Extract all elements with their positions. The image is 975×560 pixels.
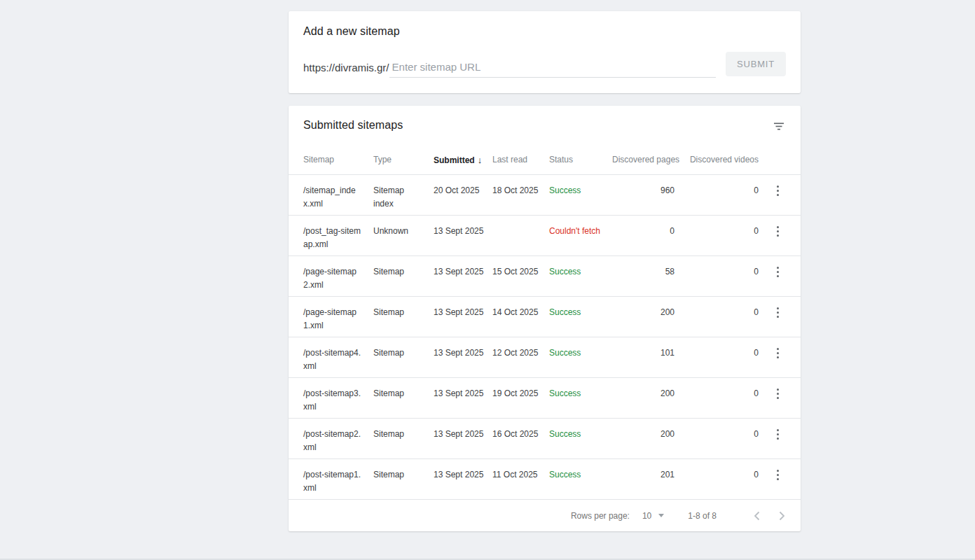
- pagination-bar: Rows per page: 10 1-8 of 8: [289, 499, 801, 531]
- kebab-dot: [777, 190, 779, 192]
- submitted-cell: 13 Sept 2025: [434, 297, 492, 319]
- last-read-cell: 11 Oct 2025: [492, 459, 549, 482]
- kebab-dot: [777, 275, 779, 277]
- row-menu-button[interactable]: [771, 262, 784, 281]
- submitted-cell: 13 Sept 2025: [434, 216, 492, 238]
- table-row[interactable]: /sitemap_index.xml Sitemap index 20 Oct …: [289, 174, 801, 215]
- row-menu-button[interactable]: [771, 344, 784, 363]
- previous-page-button[interactable]: [747, 507, 766, 525]
- filter-button[interactable]: [769, 118, 789, 137]
- discovered-videos-cell: 0: [676, 297, 760, 319]
- sitemap-url-input[interactable]: [389, 61, 717, 78]
- rows-per-page-label: Rows per page:: [571, 511, 630, 521]
- type-cell: Sitemap: [373, 419, 434, 441]
- row-menu-button[interactable]: [771, 425, 784, 444]
- status-cell: Success: [549, 256, 612, 279]
- add-sitemap-form: https://divramis.gr/ SUBMIT: [303, 52, 786, 78]
- kebab-dot: [777, 474, 779, 476]
- table-row[interactable]: /post-sitemap3.xml Sitemap 13 Sept 2025 …: [289, 377, 801, 418]
- type-cell: Sitemap index: [373, 175, 434, 211]
- kebab-dot: [777, 393, 779, 395]
- submitted-sitemaps-title: Submitted sitemaps: [303, 119, 403, 132]
- table-row[interactable]: /post-sitemap4.xml Sitemap 13 Sept 2025 …: [289, 337, 801, 377]
- last-read-cell: [492, 216, 549, 225]
- discovered-videos-cell: 0: [676, 378, 760, 400]
- sitemap-cell: /page-sitemap1.xml: [303, 297, 373, 332]
- kebab-dot: [777, 388, 779, 391]
- sitemap-cell: /post-sitemap3.xml: [303, 378, 373, 414]
- row-menu-button[interactable]: [771, 384, 784, 403]
- submitted-cell: 13 Sept 2025: [434, 378, 492, 400]
- submitted-sitemaps-card: Submitted sitemaps Sitemap Type Submitt: [289, 106, 801, 531]
- discovered-videos-cell: 0: [676, 337, 760, 360]
- url-prefix: https://divramis.gr/: [303, 62, 389, 78]
- submitted-cell: 13 Sept 2025: [434, 256, 492, 279]
- type-cell: Unknown: [373, 216, 434, 238]
- row-menu-button[interactable]: [771, 222, 784, 241]
- table-row[interactable]: /page-sitemap2.xml Sitemap 13 Sept 2025 …: [289, 255, 801, 296]
- kebab-dot: [777, 307, 779, 309]
- column-header-sitemap[interactable]: Sitemap: [303, 155, 373, 164]
- row-actions: [760, 459, 786, 484]
- table-row[interactable]: /post_tag-sitemap.xml Unknown 13 Sept 20…: [289, 215, 801, 255]
- last-read-cell: 18 Oct 2025: [492, 175, 549, 197]
- table-header-bar: Submitted sitemaps: [289, 106, 801, 145]
- discovered-pages-cell: 200: [612, 419, 676, 441]
- last-read-cell: 14 Oct 2025: [492, 297, 549, 319]
- sitemap-cell: /post-sitemap1.xml: [303, 459, 373, 495]
- page: Add a new sitemap https://divramis.gr/ S…: [0, 0, 975, 560]
- column-header-discovered-pages[interactable]: Discovered pages: [612, 155, 676, 164]
- status-cell: Success: [549, 419, 612, 441]
- type-cell: Sitemap: [373, 256, 434, 279]
- kebab-dot: [777, 186, 779, 188]
- kebab-dot: [777, 356, 779, 358]
- column-header-type[interactable]: Type: [373, 155, 434, 164]
- sitemap-cell: /page-sitemap2.xml: [303, 256, 373, 292]
- status-cell: Couldn't fetch: [549, 216, 612, 238]
- discovered-videos-cell: 0: [676, 256, 760, 279]
- table-row[interactable]: /post-sitemap1.xml Sitemap 13 Sept 2025 …: [289, 458, 801, 499]
- row-actions: [760, 216, 786, 241]
- discovered-videos-cell: 0: [676, 419, 760, 441]
- column-header-status[interactable]: Status: [549, 155, 612, 164]
- discovered-pages-cell: 101: [612, 337, 676, 360]
- sitemap-cell: /post_tag-sitemap.xml: [303, 216, 373, 251]
- chevron-left-icon: [754, 511, 760, 521]
- column-header-last-read[interactable]: Last read: [492, 155, 549, 164]
- discovered-pages-cell: 58: [612, 256, 676, 279]
- kebab-dot: [777, 478, 779, 480]
- table-column-headers: Sitemap Type Submitted↓ Last read Status…: [289, 145, 801, 174]
- chevron-right-icon: [779, 511, 785, 521]
- kebab-dot: [777, 397, 779, 399]
- table-row[interactable]: /page-sitemap1.xml Sitemap 13 Sept 2025 …: [289, 296, 801, 337]
- column-header-discovered-videos[interactable]: Discovered videos: [676, 155, 760, 164]
- last-read-cell: 15 Oct 2025: [492, 256, 549, 279]
- next-page-button[interactable]: [773, 507, 791, 525]
- rows-per-page-select[interactable]: 10: [642, 511, 664, 521]
- row-menu-button[interactable]: [771, 303, 784, 322]
- kebab-dot: [777, 312, 779, 314]
- sitemap-cell: /post-sitemap4.xml: [303, 337, 373, 373]
- kebab-dot: [777, 226, 779, 228]
- row-actions: [760, 337, 786, 363]
- filter-list-icon: [773, 122, 784, 133]
- row-actions: [760, 378, 786, 403]
- kebab-dot: [777, 348, 779, 350]
- table-body: /sitemap_index.xml Sitemap index 20 Oct …: [289, 174, 801, 499]
- row-menu-button[interactable]: [771, 465, 784, 484]
- add-sitemap-card: Add a new sitemap https://divramis.gr/ S…: [289, 11, 801, 93]
- kebab-dot: [777, 352, 779, 354]
- submitted-cell: 13 Sept 2025: [434, 459, 492, 482]
- column-header-submitted[interactable]: Submitted↓: [434, 155, 492, 165]
- sitemap-cell: /sitemap_index.xml: [303, 175, 373, 211]
- kebab-dot: [777, 267, 779, 269]
- discovered-pages-cell: 960: [612, 175, 676, 197]
- submit-button[interactable]: SUBMIT: [726, 52, 786, 76]
- content-column: Add a new sitemap https://divramis.gr/ S…: [289, 11, 801, 531]
- kebab-dot: [777, 438, 779, 440]
- kebab-dot: [777, 271, 779, 273]
- row-menu-button[interactable]: [771, 181, 784, 200]
- discovered-pages-cell: 201: [612, 459, 676, 482]
- kebab-dot: [777, 433, 779, 435]
- table-row[interactable]: /post-sitemap2.xml Sitemap 13 Sept 2025 …: [289, 418, 801, 458]
